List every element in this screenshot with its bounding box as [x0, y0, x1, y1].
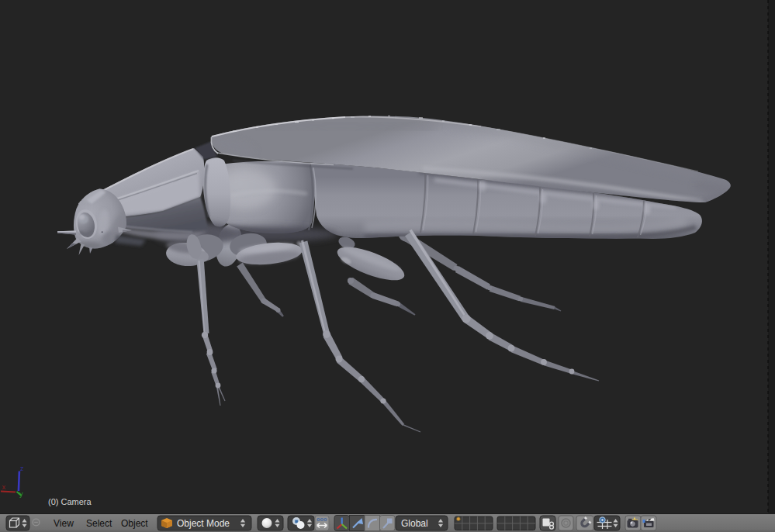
- svg-text:y: y: [19, 490, 23, 498]
- svg-text:x: x: [2, 483, 6, 491]
- svg-text:Object: Object: [121, 518, 148, 529]
- svg-text:Global: Global: [401, 518, 428, 529]
- svg-text:z: z: [20, 465, 24, 472]
- svg-text:View: View: [54, 518, 74, 529]
- svg-text:(0) Camera: (0) Camera: [48, 497, 92, 506]
- svg-text:Object Mode: Object Mode: [177, 518, 230, 529]
- svg-text:Select: Select: [86, 518, 112, 529]
